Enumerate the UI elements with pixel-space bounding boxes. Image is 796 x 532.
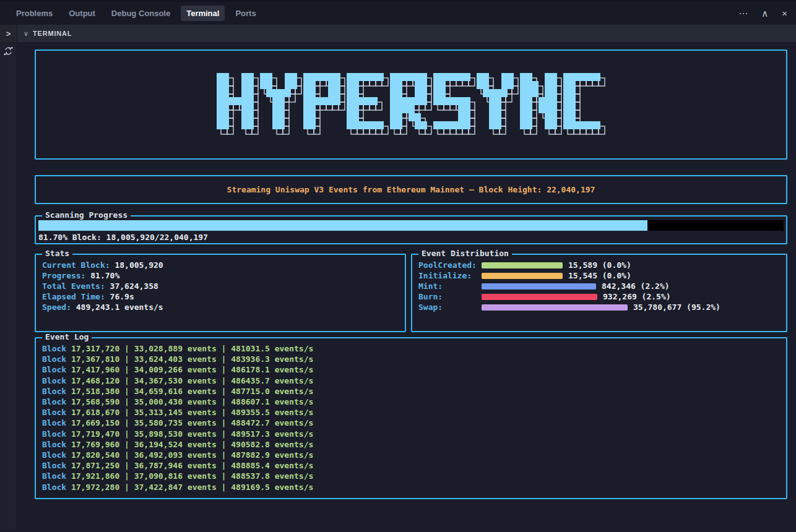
progress-bar-track xyxy=(38,220,784,231)
terminal-header-row: > ∨ TERMINAL xyxy=(0,25,796,42)
tab-output[interactable]: Output xyxy=(63,6,101,21)
hypersync-banner xyxy=(217,73,605,137)
panel-tabs: ProblemsOutputDebug ConsoleTerminalPorts xyxy=(11,6,262,21)
info-box: Streaming Uniswap V3 Events from Ethereu… xyxy=(35,175,787,204)
event-log-row: Block 17,468,120 | 34,367,530 events | 4… xyxy=(42,375,780,386)
distribution-bar xyxy=(482,262,563,268)
terminal-header: ∨ TERMINAL xyxy=(17,25,796,42)
terminal-gutter xyxy=(0,42,17,530)
event-log-row: Block 17,820,540 | 36,492,093 events | 4… xyxy=(42,450,780,460)
sync-icon[interactable] xyxy=(3,46,14,530)
distribution-bar xyxy=(482,294,597,300)
scanning-progress-box: Scanning Progress 81.70% Block: 18,005,9… xyxy=(35,215,787,244)
event-log-row: Block 17,367,810 | 33,624,403 events | 4… xyxy=(42,354,780,364)
terminal-viewport[interactable]: Streaming Uniswap V3 Events from Ethereu… xyxy=(17,42,796,530)
event-log-rows: Block 17,317,720 | 33,028,889 events | 4… xyxy=(42,343,780,492)
tab-ports[interactable]: Ports xyxy=(230,6,261,21)
scanning-progress-title: Scanning Progress xyxy=(42,211,131,220)
stat-line: Total Events: 37,624,358 xyxy=(42,281,399,291)
panel-content: Streaming Uniswap V3 Events from Ethereu… xyxy=(0,42,796,530)
banner-box xyxy=(35,49,787,160)
stream-info-text: Streaming Uniswap V3 Events from Ethereu… xyxy=(227,185,595,194)
event-log-row: Block 17,972,280 | 37,422,847 events | 4… xyxy=(42,482,780,492)
event-log-row: Block 17,317,720 | 33,028,889 events | 4… xyxy=(42,343,780,354)
distribution-row: Swap:35,780,677 (95.2%) xyxy=(418,302,780,312)
sidebar-chevron-icon[interactable]: > xyxy=(0,25,17,42)
event-distribution-box: Event Distribution PoolCreated:15,589 (0… xyxy=(411,254,787,332)
distribution-row: PoolCreated:15,589 (0.0%) xyxy=(418,260,780,270)
event-distribution-title: Event Distribution xyxy=(418,249,512,258)
close-panel-icon[interactable]: × xyxy=(782,9,787,18)
event-log-title: Event Log xyxy=(42,333,92,341)
maximize-panel-icon[interactable]: ∧ xyxy=(761,9,768,18)
progress-bar-fill xyxy=(38,220,647,231)
distribution-row: Initialize:15,545 (0.0%) xyxy=(418,270,780,281)
tab-debug-console[interactable]: Debug Console xyxy=(106,6,176,21)
distribution-bar xyxy=(482,304,628,311)
stat-line: Progress: 81.70% xyxy=(42,270,399,281)
panel-actions: ⋯ ∧ × xyxy=(738,9,787,18)
stats-row: Stats Current Block: 18,005,920Progress:… xyxy=(35,254,787,332)
event-log-row: Block 17,417,960 | 34,009,266 events | 4… xyxy=(42,364,780,375)
stat-line: Speed: 489,243.1 events/s xyxy=(42,302,399,312)
event-log-row: Block 17,871,250 | 36,787,946 events | 4… xyxy=(42,460,780,471)
event-log-box: Event Log Block 17,317,720 | 33,028,889 … xyxy=(35,337,787,499)
event-distribution-rows: PoolCreated:15,589 (0.0%)Initialize:15,5… xyxy=(418,260,780,312)
progress-label: 81.70% Block: 18,005,920/22,040,197 xyxy=(38,232,784,242)
terminal-header-label: TERMINAL xyxy=(33,30,72,37)
distribution-bar xyxy=(482,283,596,290)
distribution-bar xyxy=(482,273,563,279)
chevron-down-icon[interactable]: ∨ xyxy=(24,30,28,38)
stats-lines: Current Block: 18,005,920Progress: 81.70… xyxy=(42,260,399,312)
stat-line: Current Block: 18,005,920 xyxy=(42,260,399,270)
panel-tab-bar: ProblemsOutputDebug ConsoleTerminalPorts… xyxy=(0,0,796,25)
event-log-row: Block 17,921,860 | 37,090,816 events | 4… xyxy=(42,471,780,481)
distribution-row: Mint:842,346 (2.2%) xyxy=(418,281,780,291)
event-log-row: Block 17,618,670 | 35,313,145 events | 4… xyxy=(42,407,780,418)
more-actions-icon[interactable]: ⋯ xyxy=(738,9,748,18)
event-log-row: Block 17,568,590 | 35,000,430 events | 4… xyxy=(42,397,780,407)
event-log-row: Block 17,719,470 | 35,898,530 events | 4… xyxy=(42,429,780,439)
distribution-row: Burn:932,269 (2.5%) xyxy=(418,291,780,302)
tab-problems[interactable]: Problems xyxy=(11,6,58,21)
event-log-row: Block 17,769,960 | 36,194,524 events | 4… xyxy=(42,439,780,450)
stat-line: Elapsed Time: 76.9s xyxy=(42,291,399,302)
tab-terminal[interactable]: Terminal xyxy=(181,6,225,21)
event-log-row: Block 17,669,150 | 35,580,735 events | 4… xyxy=(42,418,780,428)
stats-box: Stats Current Block: 18,005,920Progress:… xyxy=(35,254,406,332)
stats-title: Stats xyxy=(42,249,72,258)
event-log-row: Block 17,518,380 | 34,659,616 events | 4… xyxy=(42,386,780,397)
